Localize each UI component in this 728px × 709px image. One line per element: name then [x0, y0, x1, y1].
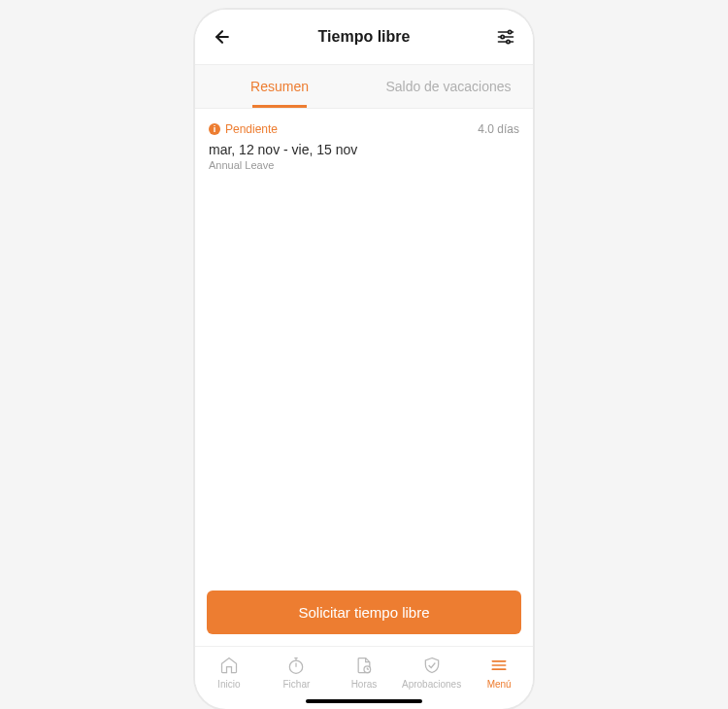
request-timeoff-button[interactable]: Solicitar tiempo libre [207, 591, 521, 634]
svg-point-5 [501, 35, 504, 38]
content-area: i Pendiente 4.0 días mar, 12 nov - vie, … [195, 109, 533, 579]
menu-icon [488, 655, 510, 676]
nav-aprobaciones[interactable]: Aprobaciones [398, 655, 466, 690]
nav-fichar[interactable]: Fichar [263, 655, 331, 690]
nav-label: Fichar [282, 679, 310, 690]
leave-type: Annual Leave [209, 159, 519, 171]
tab-label: Saldo de vacaciones [385, 79, 511, 94]
back-button[interactable] [209, 23, 236, 51]
date-range: mar, 12 nov - vie, 15 nov [209, 142, 519, 157]
nav-horas[interactable]: Horas [330, 655, 398, 690]
nav-label: Aprobaciones [402, 679, 461, 690]
request-header-row: i Pendiente 4.0 días [209, 122, 519, 136]
status-label: Pendiente [225, 122, 278, 136]
bottom-nav: Inicio Fichar [195, 646, 533, 695]
duration-label: 4.0 días [478, 122, 519, 136]
pending-icon: i [209, 123, 220, 135]
status-wrapper: i Pendiente [209, 122, 278, 136]
arrow-left-icon [213, 27, 232, 47]
bottom-section: Solicitar tiempo libre [195, 579, 533, 646]
svg-point-4 [509, 30, 512, 33]
shield-check-icon [421, 655, 443, 676]
nav-label: Inicio [217, 679, 240, 690]
page-title: Tiempo libre [318, 28, 411, 46]
app-screen: Tiempo libre Resumen Saldo de vacaciones [195, 10, 533, 709]
tab-label: Resumen [250, 79, 309, 94]
tab-resumen[interactable]: Resumen [195, 65, 364, 108]
home-indicator [306, 699, 422, 703]
nav-menu[interactable]: Menú [465, 655, 533, 690]
filter-button[interactable] [492, 23, 519, 51]
stopwatch-icon [285, 655, 307, 676]
nav-inicio[interactable]: Inicio [195, 655, 263, 690]
tabs-container: Resumen Saldo de vacaciones [195, 64, 533, 109]
tab-saldo-vacaciones[interactable]: Saldo de vacaciones [364, 65, 533, 108]
svg-point-6 [507, 40, 510, 43]
leave-request-item[interactable]: i Pendiente 4.0 días mar, 12 nov - vie, … [209, 122, 519, 181]
nav-label: Menú [487, 679, 512, 690]
header: Tiempo libre [195, 10, 533, 64]
sliders-icon [496, 27, 515, 47]
nav-label: Horas [351, 679, 378, 690]
document-clock-icon [353, 655, 375, 676]
home-icon [218, 655, 240, 676]
